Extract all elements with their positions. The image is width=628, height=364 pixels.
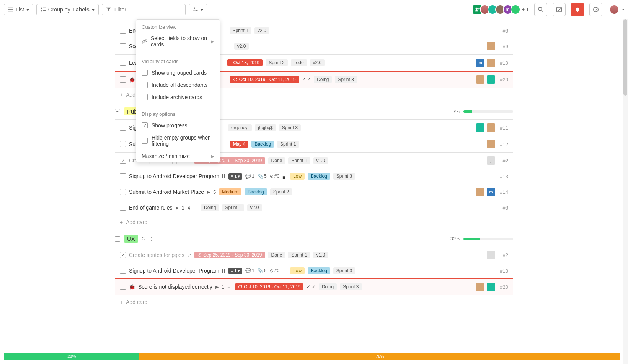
assignee-avatar[interactable]: j (487, 251, 495, 259)
collapse-button[interactable]: − (115, 109, 120, 114)
maximize-item[interactable]: Maximize / minimize ▶ (136, 150, 220, 162)
user-avatar[interactable] (609, 5, 619, 15)
show-progress-item[interactable]: Show progress (136, 119, 220, 132)
card-checkbox[interactable] (120, 76, 126, 83)
checkbox[interactable] (142, 94, 148, 100)
card-checkbox[interactable] (120, 268, 126, 274)
description-icon (193, 206, 198, 210)
checkbox[interactable] (142, 82, 148, 88)
card-row[interactable]: Signup to Android Developer Program ≡ 1 … (115, 263, 513, 278)
card-id: #20 (498, 77, 508, 83)
card-checkbox[interactable] (120, 43, 126, 49)
plus-icon: + (120, 219, 123, 225)
group: − UX 3 ⋮ 33% Create sprites for pipes ↗ … (115, 229, 513, 309)
pill: ergency! (228, 124, 252, 131)
filter-input-wrapper[interactable] (102, 4, 186, 15)
card-checkbox[interactable] (120, 205, 126, 211)
group-menu-button[interactable]: ⋮ (148, 236, 154, 242)
svg-point-14 (538, 7, 542, 10)
play-count: 1 (222, 284, 224, 290)
search-button[interactable] (534, 3, 547, 16)
svg-line-15 (542, 10, 543, 11)
assignee-avatar[interactable]: m (476, 58, 484, 67)
filter-input[interactable] (114, 6, 181, 13)
card-id: #8 (498, 28, 508, 34)
notifications-button[interactable] (571, 3, 584, 16)
group-by-button[interactable]: Group by Labels ▾ (36, 4, 99, 15)
assignee-avatar[interactable] (487, 123, 495, 132)
svg-rect-13 (478, 8, 479, 10)
date-pill: ⏱ Sep 25, 2019 - Sep 30, 2019 (194, 252, 265, 258)
hide-empty-label: Hide empty groups when filtering (152, 135, 214, 147)
checkbox[interactable] (142, 138, 148, 144)
group-label[interactable]: UX (124, 235, 138, 243)
assignee-avatar[interactable] (487, 58, 495, 67)
hide-empty-item[interactable]: Hide empty groups when filtering (136, 132, 220, 150)
card-checkbox[interactable] (120, 284, 126, 290)
list-view-button[interactable]: List ▾ (4, 4, 33, 15)
pill: v2.0 (247, 204, 262, 211)
card-row[interactable]: 🐞 Score is not displayed correctly ▶ 1 ⏱… (115, 278, 513, 295)
assignee-avatar[interactable] (487, 140, 495, 148)
group-by-value: Labels (72, 6, 89, 13)
assignee-avatar[interactable] (476, 123, 484, 132)
checkbox[interactable] (142, 70, 148, 76)
checkbox[interactable] (142, 122, 148, 128)
card-row[interactable]: Create sprites for pipes ↗ ⏱ Sep 25, 201… (115, 247, 513, 263)
card-row[interactable]: End of game rules ▶ 1 4 Doing Sprint 1 v… (115, 200, 513, 215)
card-checkbox[interactable] (120, 189, 126, 195)
pill: Doing (201, 204, 219, 211)
group-progress-bar (463, 238, 513, 240)
card-checkbox[interactable] (120, 158, 126, 164)
card-checkbox[interactable] (120, 125, 126, 131)
scrollbar-thumb[interactable] (623, 19, 627, 96)
show-ungrouped-item[interactable]: Show ungrouped cards (136, 67, 220, 79)
card-checkbox[interactable] (120, 28, 126, 34)
card-id: #11 (498, 125, 508, 131)
assignee-avatar[interactable] (476, 75, 484, 84)
pill: Sprint 1 (288, 157, 310, 164)
include-archive-item[interactable]: Include archive cards (136, 91, 220, 103)
scrollbar[interactable] (623, 19, 628, 364)
group-by-prefix: Group by (48, 6, 70, 13)
card-checkbox[interactable] (120, 252, 126, 258)
svg-rect-4 (43, 7, 46, 8)
search-icon (538, 7, 543, 12)
topbar: List ▾ Group by Labels ▾ ▾ m + 1 (0, 0, 628, 19)
more-members[interactable]: + 1 (522, 6, 529, 12)
progress-orange: 78% (139, 353, 620, 360)
assignee-avatar[interactable]: j (487, 156, 495, 165)
customize-view-button[interactable]: ▾ (189, 4, 207, 15)
card-row[interactable]: Submit to Android Market Place ▶ 5 Mediu… (115, 184, 513, 200)
assignee-avatar[interactable] (487, 42, 495, 50)
card-title: Score is not displayed correctly (138, 284, 212, 290)
card-checkbox[interactable] (120, 141, 126, 147)
pill: Sprint 3 (335, 76, 357, 83)
assignee-avatar[interactable] (487, 75, 495, 84)
card-row[interactable]: Signup to Android Developer Program ≡ 1 … (115, 169, 513, 184)
dark-badge: ≡ 1 ▾ (228, 268, 243, 274)
add-card-button[interactable]: + Add card (115, 215, 513, 229)
assignee-avatar[interactable] (476, 188, 484, 196)
card-checkbox[interactable] (120, 60, 126, 66)
card-checkbox[interactable] (120, 173, 126, 179)
add-card-button[interactable]: + Add card (115, 295, 513, 309)
pill: jhgjhg$ (255, 124, 276, 131)
svg-point-8 (194, 7, 195, 9)
pill: Sprint 3 (279, 124, 301, 131)
pill: Backlog (245, 188, 267, 195)
help-button[interactable]: ? (589, 3, 602, 16)
select-fields-item[interactable]: Select fields to show on cards ▶ (136, 32, 220, 50)
tasks-button[interactable] (553, 3, 566, 16)
caret-down-icon: ▾ (622, 7, 624, 11)
add-card-label: Add card (126, 299, 147, 305)
attachment-icon: 📎 5 (258, 268, 267, 273)
assignee-avatar[interactable]: m (487, 188, 495, 196)
assignee-avatar[interactable] (487, 283, 495, 291)
assignee-avatar[interactable] (476, 283, 484, 291)
attachment-icon: 📎 5 (258, 174, 267, 179)
avatar[interactable] (511, 5, 520, 15)
collapse-button[interactable]: − (115, 236, 120, 242)
pill: v1.0 (313, 157, 328, 164)
include-descendants-item[interactable]: Include all descendants (136, 79, 220, 91)
